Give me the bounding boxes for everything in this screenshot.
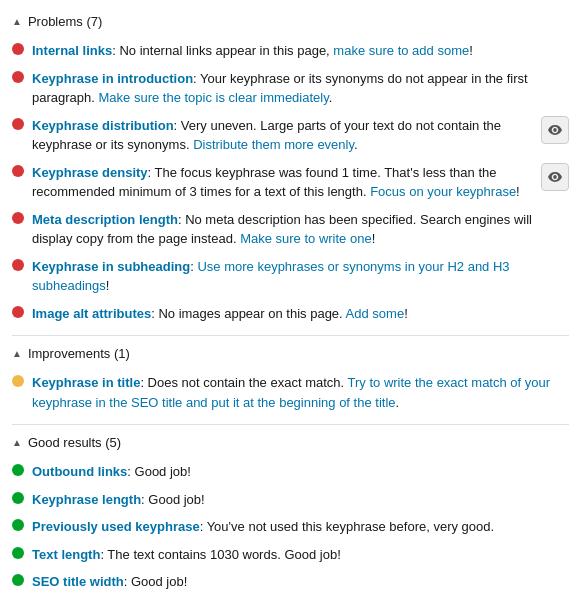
list-item: Internal links: No internal links appear… xyxy=(12,37,569,65)
items-list-good-results: Outbound links: Good job!Keyphrase lengt… xyxy=(12,456,569,600)
status-dot-green xyxy=(12,574,24,586)
item-link-keyphrase-introduction[interactable]: Keyphrase in introduction xyxy=(32,71,193,86)
list-item: Text length: The text contains 1030 word… xyxy=(12,541,569,569)
item-content-wrapper: Internal links: No internal links appear… xyxy=(32,41,569,61)
action-link-image-alt-attributes[interactable]: Add some xyxy=(346,306,405,321)
items-list-problems: Internal links: No internal links appear… xyxy=(12,35,569,331)
item-link-seo-title-width[interactable]: SEO title width xyxy=(32,574,124,589)
item-link-internal-links[interactable]: Internal links xyxy=(32,43,112,58)
item-text-text-length: Text length: The text contains 1030 word… xyxy=(32,545,569,565)
status-dot-red xyxy=(12,43,24,55)
item-link-keyphrase-density[interactable]: Keyphrase density xyxy=(32,165,148,180)
list-item: Keyphrase in subheading: Use more keyphr… xyxy=(12,253,569,300)
eye-button[interactable] xyxy=(541,163,569,191)
section-divider xyxy=(12,424,569,425)
item-content-wrapper: Keyphrase density: The focus keyphrase w… xyxy=(32,163,569,202)
item-text-image-alt-attributes: Image alt attributes: No images appear o… xyxy=(32,304,569,324)
list-item: Outbound links: Good job! xyxy=(12,458,569,486)
eye-button[interactable] xyxy=(541,116,569,144)
item-content-wrapper: Keyphrase length: Good job! xyxy=(32,490,569,510)
section-title-improvements: Improvements (1) xyxy=(28,346,130,361)
list-item: Image alt attributes: No images appear o… xyxy=(12,300,569,328)
section-divider xyxy=(12,335,569,336)
section-title-problems: Problems (7) xyxy=(28,14,102,29)
status-dot-red xyxy=(12,259,24,271)
item-link-meta-description-length[interactable]: Meta description length xyxy=(32,212,178,227)
item-text-keyphrase-density: Keyphrase density: The focus keyphrase w… xyxy=(32,163,537,202)
list-item: Keyphrase density: The focus keyphrase w… xyxy=(12,159,569,206)
status-dot-red xyxy=(12,306,24,318)
list-item: Previously used keyphrase: You've not us… xyxy=(12,513,569,541)
status-dot-red xyxy=(12,212,24,224)
item-content-wrapper: Text length: The text contains 1030 word… xyxy=(32,545,569,565)
item-text-keyphrase-subheading: Keyphrase in subheading: Use more keyphr… xyxy=(32,257,569,296)
item-text-keyphrase-distribution: Keyphrase distribution: Very uneven. Lar… xyxy=(32,116,537,155)
list-item: Keyphrase in introduction: Your keyphras… xyxy=(12,65,569,112)
list-item: Keyphrase length: Good job! xyxy=(12,486,569,514)
section-title-good-results: Good results (5) xyxy=(28,435,121,450)
status-dot-red xyxy=(12,71,24,83)
list-item: SEO title width: Good job! xyxy=(12,568,569,596)
item-content-wrapper: Image alt attributes: No images appear o… xyxy=(32,304,569,324)
item-text-keyphrase-in-title: Keyphrase in title: Does not contain the… xyxy=(32,373,569,412)
status-dot-green xyxy=(12,547,24,559)
item-content-wrapper: Meta description length: No meta descrip… xyxy=(32,210,569,249)
item-link-previously-used-keyphrase[interactable]: Previously used keyphrase xyxy=(32,519,200,534)
item-content-wrapper: SEO title width: Good job! xyxy=(32,572,569,592)
item-content-wrapper: Keyphrase distribution: Very uneven. Lar… xyxy=(32,116,569,155)
chevron-up-icon: ▲ xyxy=(12,348,22,359)
item-link-text-length[interactable]: Text length xyxy=(32,547,100,562)
item-link-keyphrase-subheading[interactable]: Keyphrase in subheading xyxy=(32,259,190,274)
status-dot-red xyxy=(12,165,24,177)
section-header-problems[interactable]: ▲Problems (7) xyxy=(12,8,569,35)
item-content-wrapper: Previously used keyphrase: You've not us… xyxy=(32,517,569,537)
item-content-wrapper: Outbound links: Good job! xyxy=(32,462,569,482)
section-header-improvements[interactable]: ▲Improvements (1) xyxy=(12,340,569,367)
item-content-wrapper: Keyphrase in title: Does not contain the… xyxy=(32,373,569,412)
list-item: Keyphrase distribution: Very uneven. Lar… xyxy=(12,112,569,159)
action-link-meta-description-length[interactable]: Make sure to write one xyxy=(240,231,372,246)
action-link-keyphrase-density[interactable]: Focus on your keyphrase xyxy=(370,184,516,199)
eye-icon xyxy=(548,170,562,184)
item-text-keyphrase-length: Keyphrase length: Good job! xyxy=(32,490,569,510)
status-dot-orange xyxy=(12,375,24,387)
item-content-wrapper: Keyphrase in introduction: Your keyphras… xyxy=(32,69,569,108)
item-content-wrapper: Keyphrase in subheading: Use more keyphr… xyxy=(32,257,569,296)
item-link-keyphrase-in-title[interactable]: Keyphrase in title xyxy=(32,375,140,390)
item-text-outbound-links: Outbound links: Good job! xyxy=(32,462,569,482)
item-text-meta-description-length: Meta description length: No meta descrip… xyxy=(32,210,569,249)
status-dot-red xyxy=(12,118,24,130)
status-dot-green xyxy=(12,464,24,476)
list-item: Meta description length: No meta descrip… xyxy=(12,206,569,253)
item-text-previously-used-keyphrase: Previously used keyphrase: You've not us… xyxy=(32,517,569,537)
item-link-keyphrase-length[interactable]: Keyphrase length xyxy=(32,492,141,507)
item-link-image-alt-attributes[interactable]: Image alt attributes xyxy=(32,306,151,321)
item-link-keyphrase-distribution[interactable]: Keyphrase distribution xyxy=(32,118,174,133)
item-text-internal-links: Internal links: No internal links appear… xyxy=(32,41,569,61)
items-list-improvements: Keyphrase in title: Does not contain the… xyxy=(12,367,569,420)
action-link-keyphrase-distribution[interactable]: Distribute them more evenly xyxy=(193,137,354,152)
list-item: Keyphrase in title: Does not contain the… xyxy=(12,369,569,416)
section-header-good-results[interactable]: ▲Good results (5) xyxy=(12,429,569,456)
item-link-outbound-links[interactable]: Outbound links xyxy=(32,464,127,479)
action-link-keyphrase-introduction[interactable]: Make sure the topic is clear immediately xyxy=(99,90,329,105)
item-text-seo-title-width: SEO title width: Good job! xyxy=(32,572,569,592)
eye-icon xyxy=(548,123,562,137)
item-text-keyphrase-introduction: Keyphrase in introduction: Your keyphras… xyxy=(32,69,569,108)
chevron-up-icon: ▲ xyxy=(12,437,22,448)
action-link-internal-links[interactable]: make sure to add some xyxy=(333,43,469,58)
status-dot-green xyxy=(12,492,24,504)
status-dot-green xyxy=(12,519,24,531)
chevron-up-icon: ▲ xyxy=(12,16,22,27)
